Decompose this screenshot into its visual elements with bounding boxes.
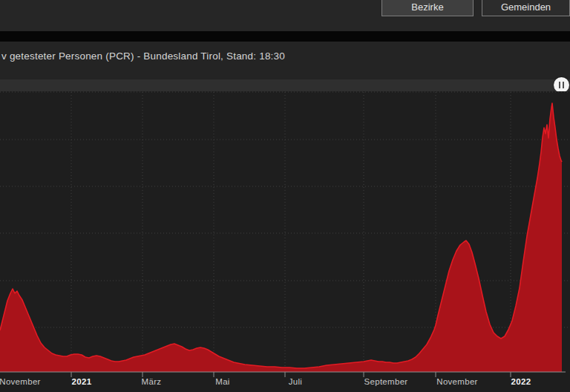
x-axis-labels: November2021MärzMaiJuliSeptemberNovember… [0,377,570,392]
x-axis-label: 2022 [511,377,531,386]
time-slider-track[interactable] [0,79,570,91]
x-axis-label: 2021 [72,377,92,386]
time-slider-handle[interactable] [554,77,569,93]
top-toolbar: Bezirke Gemeinden [0,0,570,31]
x-axis-label: Mai [215,377,229,386]
x-axis-label: November [0,377,41,386]
gemeinden-button[interactable]: Gemeinden [482,0,570,16]
x-axis-label: November [436,377,477,386]
dashboard-screen: Bezirke Gemeinden v getesteter Personen … [0,0,570,392]
chart-svg [0,91,570,392]
x-axis-label: September [364,377,408,386]
bezirke-button[interactable]: Bezirke [381,0,474,16]
area-chart[interactable]: November2021MärzMaiJuliSeptemberNovember… [0,91,570,392]
pause-icon [563,82,565,88]
chart-title-bar: v getesteter Personen (PCR) - Bundesland… [0,42,570,79]
x-axis-label: März [142,377,162,386]
panel-divider [0,31,570,42]
x-axis-label: Juli [289,377,302,386]
pause-icon [559,82,561,88]
chart-title: v getesteter Personen (PCR) - Bundesland… [1,50,285,62]
